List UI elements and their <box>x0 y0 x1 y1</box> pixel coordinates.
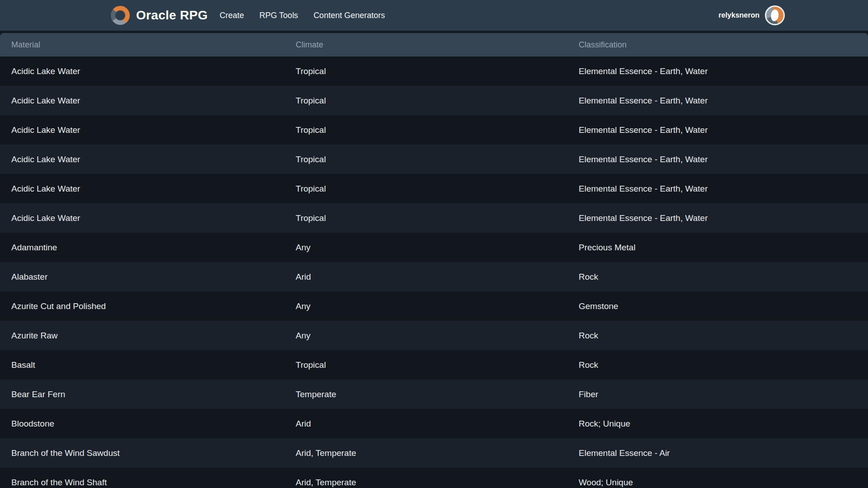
table-row[interactable]: Branch of the Wind ShaftArid, TemperateW… <box>0 468 868 488</box>
table-row[interactable]: AlabasterAridRock <box>0 262 868 291</box>
cell-classification: Wood; Unique <box>567 478 868 488</box>
cell-classification: Rock <box>567 360 868 370</box>
cell-climate: Temperate <box>284 389 567 399</box>
table-row[interactable]: Acidic Lake WaterTropicalElemental Essen… <box>0 86 868 115</box>
cell-classification: Rock <box>567 331 868 341</box>
table-body: Acidic Lake WaterTropicalElemental Essen… <box>0 56 868 488</box>
cell-classification: Elemental Essence - Air <box>567 448 868 458</box>
cell-material: Bloodstone <box>0 419 284 429</box>
brand-home-link[interactable]: Oracle RPG <box>111 6 208 25</box>
cell-classification: Elemental Essence - Earth, Water <box>567 96 868 106</box>
table-row[interactable]: Branch of the Wind SawdustArid, Temperat… <box>0 438 868 468</box>
cell-climate: Tropical <box>284 184 567 194</box>
cell-classification: Elemental Essence - Earth, Water <box>567 213 868 223</box>
user-menu[interactable]: relyksneron <box>718 5 785 25</box>
cell-material: Acidic Lake Water <box>0 213 284 223</box>
cell-climate: Tropical <box>284 213 567 223</box>
cell-climate: Any <box>284 243 567 253</box>
cell-material: Branch of the Wind Sawdust <box>0 448 284 458</box>
cell-classification: Elemental Essence - Earth, Water <box>567 184 868 194</box>
cell-climate: Arid, Temperate <box>284 478 567 488</box>
cell-classification: Elemental Essence - Earth, Water <box>567 155 868 164</box>
table-row[interactable]: Acidic Lake WaterTropicalElemental Essen… <box>0 145 868 174</box>
cell-material: Branch of the Wind Shaft <box>0 478 284 488</box>
cell-material: Alabaster <box>0 272 284 282</box>
brand-name: Oracle RPG <box>136 8 208 23</box>
cell-classification: Elemental Essence - Earth, Water <box>567 66 868 76</box>
nav-item-create[interactable]: Create <box>220 11 244 20</box>
table-row[interactable]: Acidic Lake WaterTropicalElemental Essen… <box>0 56 868 86</box>
cell-climate: Arid <box>284 419 567 429</box>
table-header-row: Material Climate Classification <box>0 33 868 56</box>
cell-climate: Any <box>284 301 567 311</box>
table-row[interactable]: Azurite RawAnyRock <box>0 321 868 350</box>
cell-classification: Rock <box>567 272 868 282</box>
top-navbar: Oracle RPG Create RPG Tools Content Gene… <box>0 0 868 31</box>
cell-material: Acidic Lake Water <box>0 184 284 194</box>
cell-classification: Fiber <box>567 389 868 399</box>
navbar-inner: Oracle RPG Create RPG Tools Content Gene… <box>111 5 785 25</box>
table-row[interactable]: Azurite Cut and PolishedAnyGemstone <box>0 291 868 321</box>
table-row[interactable]: BasaltTropicalRock <box>0 350 868 380</box>
cell-material: Acidic Lake Water <box>0 155 284 164</box>
nav-item-rpg-tools[interactable]: RPG Tools <box>259 11 298 20</box>
cell-material: Acidic Lake Water <box>0 96 284 106</box>
column-header-climate[interactable]: Climate <box>284 40 567 50</box>
nav-item-content-generators[interactable]: Content Generators <box>313 11 385 20</box>
cell-climate: Tropical <box>284 155 567 164</box>
column-header-classification[interactable]: Classification <box>567 40 868 50</box>
table-row[interactable]: Bear Ear FernTemperateFiber <box>0 380 868 409</box>
table-row[interactable]: BloodstoneAridRock; Unique <box>0 409 868 438</box>
cell-classification: Elemental Essence - Earth, Water <box>567 125 868 135</box>
table-row[interactable]: AdamantineAnyPrecious Metal <box>0 233 868 262</box>
table-row[interactable]: Acidic Lake WaterTropicalElemental Essen… <box>0 115 868 145</box>
column-header-material[interactable]: Material <box>0 40 284 50</box>
table-row[interactable]: Acidic Lake WaterTropicalElemental Essen… <box>0 174 868 203</box>
oracle-rpg-logo-icon <box>111 6 130 25</box>
cell-climate: Tropical <box>284 360 567 370</box>
user-avatar <box>765 5 785 25</box>
materials-table: Material Climate Classification Acidic L… <box>0 33 868 488</box>
username: relyksneron <box>718 11 760 19</box>
cell-climate: Tropical <box>284 125 567 135</box>
cell-material: Basalt <box>0 360 284 370</box>
cell-material: Azurite Raw <box>0 331 284 341</box>
cell-climate: Any <box>284 331 567 341</box>
cell-climate: Arid <box>284 272 567 282</box>
cell-climate: Arid, Temperate <box>284 448 567 458</box>
cell-climate: Tropical <box>284 96 567 106</box>
cell-classification: Gemstone <box>567 301 868 311</box>
cell-classification: Precious Metal <box>567 243 868 253</box>
cell-classification: Rock; Unique <box>567 419 868 429</box>
cell-material: Acidic Lake Water <box>0 125 284 135</box>
cell-climate: Tropical <box>284 66 567 76</box>
cell-material: Acidic Lake Water <box>0 66 284 76</box>
cell-material: Adamantine <box>0 243 284 253</box>
nav-links: Create RPG Tools Content Generators <box>220 11 385 20</box>
cell-material: Azurite Cut and Polished <box>0 301 284 311</box>
table-row[interactable]: Acidic Lake WaterTropicalElemental Essen… <box>0 203 868 233</box>
cell-material: Bear Ear Fern <box>0 389 284 399</box>
